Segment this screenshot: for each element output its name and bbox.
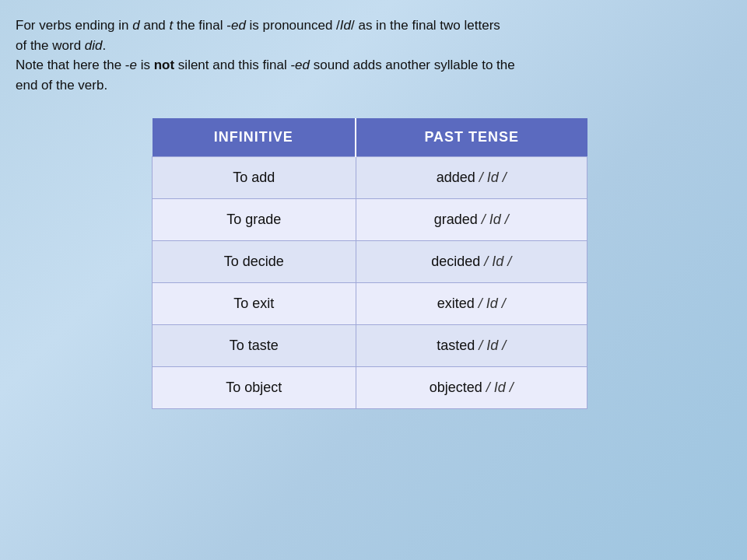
content-area: For verbs ending in d and t the final -e… (0, 0, 747, 425)
past-tense-cell: exited / Id / (356, 283, 587, 325)
phonetic: / Id / (486, 380, 514, 395)
infinitive-cell: To object (153, 367, 356, 409)
infinitive-cell: To exit (153, 283, 356, 325)
infinitive-cell: To decide (153, 241, 356, 283)
intro-paragraph: For verbs ending in d and t the final -e… (16, 16, 716, 95)
past-word: added (437, 170, 479, 185)
verb-table: INFINITIVE PAST TENSE To addadded / Id /… (152, 118, 587, 409)
phonetic: / Id / (482, 212, 509, 227)
table-row: To gradegraded / Id / (153, 199, 587, 241)
past-word: exited (437, 296, 479, 311)
table-header-row: INFINITIVE PAST TENSE (153, 118, 587, 157)
past-tense-cell: graded / Id / (356, 199, 587, 241)
phonetic: / Id / (479, 296, 506, 311)
past-tense-cell: objected / Id / (356, 367, 587, 409)
intro-line1: For verbs ending in d and t the final -e… (16, 18, 500, 33)
intro-line4: end of the verb. (16, 78, 107, 93)
past-word: objected (430, 380, 486, 395)
intro-line2: of the word did. (16, 38, 106, 53)
past-word: decided (431, 254, 484, 269)
past-word: tasted (437, 338, 479, 353)
phonetic: / Id / (479, 170, 507, 185)
table-row: To decidedecided / Id / (153, 241, 587, 283)
infinitive-cell: To taste (153, 325, 356, 367)
col-header-infinitive: INFINITIVE (153, 118, 356, 157)
intro-line3: Note that here the -e is not silent and … (16, 58, 515, 72)
table-row: To objectobjected / Id / (153, 367, 587, 409)
table-container: INFINITIVE PAST TENSE To addadded / Id /… (16, 118, 724, 409)
table-row: To exitexited / Id / (153, 283, 587, 325)
past-tense-cell: tasted / Id / (356, 325, 587, 367)
infinitive-cell: To add (153, 157, 356, 199)
past-tense-cell: decided / Id / (356, 241, 587, 283)
phonetic: / Id / (484, 254, 511, 269)
past-tense-cell: added / Id / (356, 157, 587, 199)
phonetic: / Id / (479, 338, 506, 353)
past-word: graded (434, 212, 482, 227)
col-header-past-tense: PAST TENSE (356, 118, 587, 157)
table-row: To tastetasted / Id / (153, 325, 587, 367)
table-row: To addadded / Id / (153, 157, 587, 199)
infinitive-cell: To grade (153, 199, 356, 241)
